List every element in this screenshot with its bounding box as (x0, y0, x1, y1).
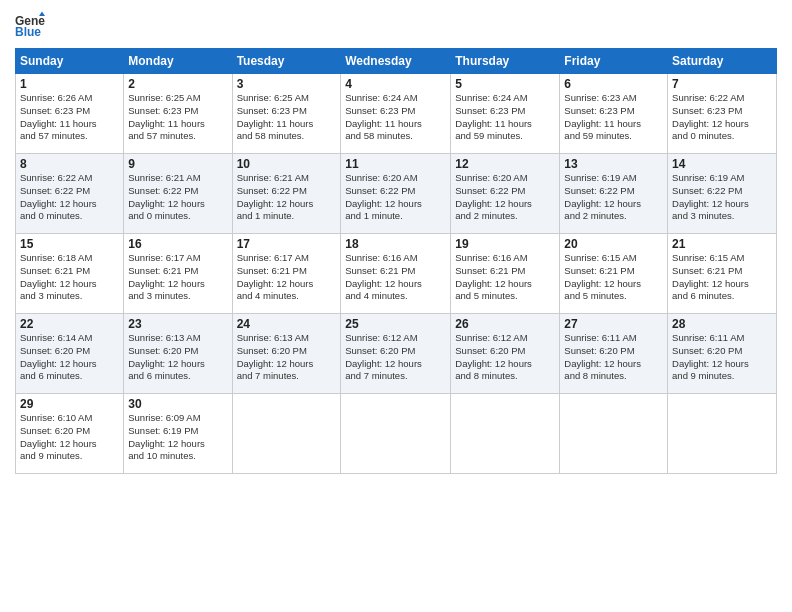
calendar-week-row: 15Sunrise: 6:18 AM Sunset: 6:21 PM Dayli… (16, 234, 777, 314)
day-number: 7 (672, 77, 772, 91)
day-detail: Sunrise: 6:22 AM Sunset: 6:23 PM Dayligh… (672, 92, 772, 143)
weekday-header-friday: Friday (560, 49, 668, 74)
day-number: 23 (128, 317, 227, 331)
day-cell: 9Sunrise: 6:21 AM Sunset: 6:22 PM Daylig… (124, 154, 232, 234)
day-detail: Sunrise: 6:15 AM Sunset: 6:21 PM Dayligh… (672, 252, 772, 303)
day-number: 3 (237, 77, 337, 91)
day-cell: 4Sunrise: 6:24 AM Sunset: 6:23 PM Daylig… (341, 74, 451, 154)
calendar-table: SundayMondayTuesdayWednesdayThursdayFrid… (15, 48, 777, 474)
day-cell: 25Sunrise: 6:12 AM Sunset: 6:20 PM Dayli… (341, 314, 451, 394)
day-detail: Sunrise: 6:11 AM Sunset: 6:20 PM Dayligh… (564, 332, 663, 383)
day-detail: Sunrise: 6:18 AM Sunset: 6:21 PM Dayligh… (20, 252, 119, 303)
day-number: 27 (564, 317, 663, 331)
day-cell: 28Sunrise: 6:11 AM Sunset: 6:20 PM Dayli… (668, 314, 777, 394)
weekday-header-saturday: Saturday (668, 49, 777, 74)
day-cell: 17Sunrise: 6:17 AM Sunset: 6:21 PM Dayli… (232, 234, 341, 314)
day-cell: 13Sunrise: 6:19 AM Sunset: 6:22 PM Dayli… (560, 154, 668, 234)
day-number: 8 (20, 157, 119, 171)
day-number: 22 (20, 317, 119, 331)
day-detail: Sunrise: 6:13 AM Sunset: 6:20 PM Dayligh… (237, 332, 337, 383)
empty-day-cell (451, 394, 560, 474)
day-cell: 16Sunrise: 6:17 AM Sunset: 6:21 PM Dayli… (124, 234, 232, 314)
day-number: 5 (455, 77, 555, 91)
day-detail: Sunrise: 6:21 AM Sunset: 6:22 PM Dayligh… (128, 172, 227, 223)
day-detail: Sunrise: 6:19 AM Sunset: 6:22 PM Dayligh… (672, 172, 772, 223)
day-number: 4 (345, 77, 446, 91)
weekday-header-tuesday: Tuesday (232, 49, 341, 74)
day-cell: 27Sunrise: 6:11 AM Sunset: 6:20 PM Dayli… (560, 314, 668, 394)
day-cell: 24Sunrise: 6:13 AM Sunset: 6:20 PM Dayli… (232, 314, 341, 394)
day-cell: 21Sunrise: 6:15 AM Sunset: 6:21 PM Dayli… (668, 234, 777, 314)
day-number: 29 (20, 397, 119, 411)
day-detail: Sunrise: 6:25 AM Sunset: 6:23 PM Dayligh… (237, 92, 337, 143)
day-number: 14 (672, 157, 772, 171)
empty-day-cell (668, 394, 777, 474)
day-number: 20 (564, 237, 663, 251)
day-cell: 5Sunrise: 6:24 AM Sunset: 6:23 PM Daylig… (451, 74, 560, 154)
day-detail: Sunrise: 6:19 AM Sunset: 6:22 PM Dayligh… (564, 172, 663, 223)
day-number: 24 (237, 317, 337, 331)
day-number: 21 (672, 237, 772, 251)
day-cell: 20Sunrise: 6:15 AM Sunset: 6:21 PM Dayli… (560, 234, 668, 314)
day-cell: 22Sunrise: 6:14 AM Sunset: 6:20 PM Dayli… (16, 314, 124, 394)
day-number: 25 (345, 317, 446, 331)
day-number: 10 (237, 157, 337, 171)
svg-text:Blue: Blue (15, 25, 41, 39)
day-number: 17 (237, 237, 337, 251)
day-detail: Sunrise: 6:15 AM Sunset: 6:21 PM Dayligh… (564, 252, 663, 303)
day-cell: 19Sunrise: 6:16 AM Sunset: 6:21 PM Dayli… (451, 234, 560, 314)
day-detail: Sunrise: 6:14 AM Sunset: 6:20 PM Dayligh… (20, 332, 119, 383)
day-detail: Sunrise: 6:17 AM Sunset: 6:21 PM Dayligh… (237, 252, 337, 303)
day-detail: Sunrise: 6:20 AM Sunset: 6:22 PM Dayligh… (345, 172, 446, 223)
weekday-header-monday: Monday (124, 49, 232, 74)
day-cell: 30Sunrise: 6:09 AM Sunset: 6:19 PM Dayli… (124, 394, 232, 474)
day-number: 15 (20, 237, 119, 251)
day-cell: 8Sunrise: 6:22 AM Sunset: 6:22 PM Daylig… (16, 154, 124, 234)
empty-day-cell (341, 394, 451, 474)
day-cell: 26Sunrise: 6:12 AM Sunset: 6:20 PM Dayli… (451, 314, 560, 394)
day-number: 28 (672, 317, 772, 331)
day-detail: Sunrise: 6:17 AM Sunset: 6:21 PM Dayligh… (128, 252, 227, 303)
day-number: 16 (128, 237, 227, 251)
day-detail: Sunrise: 6:21 AM Sunset: 6:22 PM Dayligh… (237, 172, 337, 223)
logo: General Blue (15, 10, 49, 40)
day-number: 18 (345, 237, 446, 251)
day-detail: Sunrise: 6:13 AM Sunset: 6:20 PM Dayligh… (128, 332, 227, 383)
calendar-body: 1Sunrise: 6:26 AM Sunset: 6:23 PM Daylig… (16, 74, 777, 474)
calendar-week-row: 1Sunrise: 6:26 AM Sunset: 6:23 PM Daylig… (16, 74, 777, 154)
weekday-header-sunday: Sunday (16, 49, 124, 74)
day-detail: Sunrise: 6:10 AM Sunset: 6:20 PM Dayligh… (20, 412, 119, 463)
day-cell: 15Sunrise: 6:18 AM Sunset: 6:21 PM Dayli… (16, 234, 124, 314)
day-cell: 12Sunrise: 6:20 AM Sunset: 6:22 PM Dayli… (451, 154, 560, 234)
day-detail: Sunrise: 6:09 AM Sunset: 6:19 PM Dayligh… (128, 412, 227, 463)
day-cell: 14Sunrise: 6:19 AM Sunset: 6:22 PM Dayli… (668, 154, 777, 234)
day-detail: Sunrise: 6:16 AM Sunset: 6:21 PM Dayligh… (455, 252, 555, 303)
calendar-week-row: 8Sunrise: 6:22 AM Sunset: 6:22 PM Daylig… (16, 154, 777, 234)
day-cell: 11Sunrise: 6:20 AM Sunset: 6:22 PM Dayli… (341, 154, 451, 234)
day-cell: 29Sunrise: 6:10 AM Sunset: 6:20 PM Dayli… (16, 394, 124, 474)
day-number: 9 (128, 157, 227, 171)
day-detail: Sunrise: 6:26 AM Sunset: 6:23 PM Dayligh… (20, 92, 119, 143)
day-number: 1 (20, 77, 119, 91)
day-number: 26 (455, 317, 555, 331)
day-detail: Sunrise: 6:12 AM Sunset: 6:20 PM Dayligh… (455, 332, 555, 383)
day-detail: Sunrise: 6:25 AM Sunset: 6:23 PM Dayligh… (128, 92, 227, 143)
day-number: 13 (564, 157, 663, 171)
weekday-header-thursday: Thursday (451, 49, 560, 74)
day-cell: 18Sunrise: 6:16 AM Sunset: 6:21 PM Dayli… (341, 234, 451, 314)
day-cell: 2Sunrise: 6:25 AM Sunset: 6:23 PM Daylig… (124, 74, 232, 154)
day-cell: 1Sunrise: 6:26 AM Sunset: 6:23 PM Daylig… (16, 74, 124, 154)
day-number: 11 (345, 157, 446, 171)
day-cell: 10Sunrise: 6:21 AM Sunset: 6:22 PM Dayli… (232, 154, 341, 234)
day-number: 2 (128, 77, 227, 91)
day-number: 12 (455, 157, 555, 171)
day-cell: 23Sunrise: 6:13 AM Sunset: 6:20 PM Dayli… (124, 314, 232, 394)
day-detail: Sunrise: 6:11 AM Sunset: 6:20 PM Dayligh… (672, 332, 772, 383)
calendar-week-row: 22Sunrise: 6:14 AM Sunset: 6:20 PM Dayli… (16, 314, 777, 394)
day-detail: Sunrise: 6:24 AM Sunset: 6:23 PM Dayligh… (345, 92, 446, 143)
day-cell: 6Sunrise: 6:23 AM Sunset: 6:23 PM Daylig… (560, 74, 668, 154)
day-detail: Sunrise: 6:20 AM Sunset: 6:22 PM Dayligh… (455, 172, 555, 223)
day-detail: Sunrise: 6:12 AM Sunset: 6:20 PM Dayligh… (345, 332, 446, 383)
day-number: 6 (564, 77, 663, 91)
day-detail: Sunrise: 6:23 AM Sunset: 6:23 PM Dayligh… (564, 92, 663, 143)
